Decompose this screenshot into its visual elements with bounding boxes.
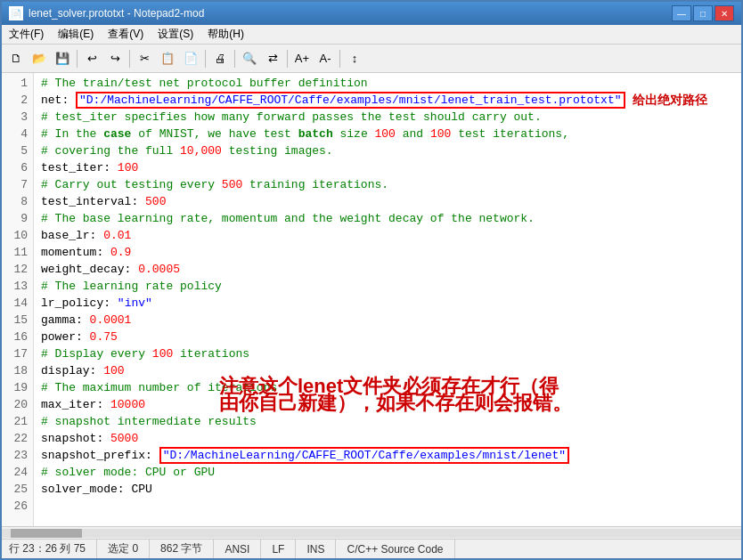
line-num: 2	[7, 92, 28, 109]
line-num: 22	[7, 430, 28, 447]
code-editor[interactable]: # The train/test net protocol buffer def…	[34, 73, 741, 526]
status-encoding: ANSI	[214, 540, 261, 558]
code-line-14: lr_policy: "inv"	[41, 295, 734, 312]
line-num: 24	[7, 464, 28, 481]
zoom-in-button[interactable]: A+	[291, 48, 313, 69]
toolbar-sep-5	[287, 50, 288, 68]
menu-settings[interactable]: 设置(S)	[151, 25, 200, 44]
line-num: 25	[7, 481, 28, 498]
code-line-15: gamma: 0.0001	[41, 312, 734, 329]
line-num: 16	[7, 329, 28, 345]
title-bar-left: 📄 lenet_solver.prototxt - Notepad2-mod	[9, 6, 204, 20]
status-filetype: C/C++ Source Code	[336, 540, 454, 558]
line-num: 9	[7, 210, 28, 227]
code-content[interactable]: # The train/test net protocol buffer def…	[34, 73, 741, 516]
window-controls: — □ ✕	[672, 5, 734, 21]
code-line-3: # test_iter specifies how many forward p…	[41, 109, 734, 126]
line-num: 10	[7, 227, 28, 244]
line-num: 1	[7, 75, 28, 92]
line-num: 14	[7, 295, 28, 312]
code-line-24: # solver mode: CPU or GPU	[41, 464, 734, 481]
toolbar-sep-6	[339, 50, 340, 68]
paste-button[interactable]: 📄	[180, 48, 201, 69]
line-num: 12	[7, 261, 28, 278]
menu-file[interactable]: 文件(F)	[2, 25, 51, 44]
line-num: 20	[7, 396, 28, 413]
menu-view[interactable]: 查看(V)	[101, 25, 151, 44]
new-button[interactable]: 🗋	[5, 48, 27, 69]
line-num: 21	[7, 413, 28, 430]
code-line-20: max_iter: 10000由你自己新建），如果不存在则会报错。	[41, 396, 734, 413]
copy-button[interactable]: 📋	[157, 48, 178, 69]
line-numbers: 1 2 3 4 5 6 7 8 9 10 11 12 13 14 15 16 1…	[2, 73, 34, 526]
line-num: 8	[7, 193, 28, 210]
code-line-23: snapshot_prefix: "D:/MachineLearning/CAF…	[41, 447, 734, 464]
maximize-button[interactable]: □	[693, 5, 713, 21]
toolbar: 🗋 📂 💾 ↩ ↪ ✂ 📋 📄 🖨 🔍 ⇄ A+ A- ↕	[2, 45, 741, 73]
redo-button[interactable]: ↪	[104, 48, 126, 69]
code-line-21: # snapshot intermediate results	[41, 413, 734, 430]
code-line-17: # Display every 100 iterations	[41, 345, 734, 362]
line-num: 15	[7, 312, 28, 329]
status-selection: 选定 0	[97, 540, 150, 558]
scrollbar-horizontal[interactable]	[2, 526, 741, 539]
status-lineending: LF	[261, 540, 296, 558]
code-line-5: # covering the full 10,000 testing image…	[41, 142, 734, 159]
code-line-22: snapshot: 5000	[41, 430, 734, 447]
open-button[interactable]: 📂	[29, 48, 50, 69]
line-num: 7	[7, 176, 28, 193]
code-line-11: momentum: 0.9	[41, 244, 734, 261]
title-bar: 📄 lenet_solver.prototxt - Notepad2-mod —…	[2, 2, 741, 25]
code-line-26	[41, 498, 734, 515]
code-line-7: # Carry out testing every 500 training i…	[41, 176, 734, 193]
save-button[interactable]: 💾	[52, 48, 73, 69]
line-num: 13	[7, 278, 28, 295]
line-num: 4	[7, 126, 28, 142]
line-num: 5	[7, 142, 28, 159]
goto-button[interactable]: ↕	[344, 48, 365, 69]
menu-edit[interactable]: 编辑(E)	[51, 25, 101, 44]
close-button[interactable]: ✕	[714, 5, 734, 21]
window-title: lenet_solver.prototxt - Notepad2-mod	[29, 7, 204, 20]
undo-button[interactable]: ↩	[81, 48, 102, 69]
minimize-button[interactable]: —	[672, 5, 691, 21]
line-num: 17	[7, 345, 28, 362]
print-button[interactable]: 🖨	[209, 48, 231, 69]
main-window: 📄 lenet_solver.prototxt - Notepad2-mod —…	[0, 0, 743, 560]
toolbar-sep-2	[129, 50, 130, 68]
status-position: 行 23：26 列 75	[9, 540, 97, 558]
line-num: 23	[7, 447, 28, 464]
code-line-4: # In the case of MNIST, we have test bat…	[41, 126, 734, 142]
code-line-6: test_iter: 100	[41, 159, 734, 176]
menu-help[interactable]: 帮助(H)	[200, 25, 251, 44]
line-num: 18	[7, 362, 28, 379]
line-num: 26	[7, 498, 28, 515]
line-num: 19	[7, 379, 28, 396]
code-line-25: solver_mode: CPU	[41, 481, 734, 498]
toolbar-sep-4	[234, 50, 235, 68]
replace-button[interactable]: ⇄	[262, 48, 283, 69]
editor-area: 1 2 3 4 5 6 7 8 9 10 11 12 13 14 15 16 1…	[2, 73, 741, 526]
code-line-1: # The train/test net protocol buffer def…	[41, 75, 734, 92]
status-bar: 行 23：26 列 75 选定 0 862 字节 ANSI LF INS C/C…	[2, 539, 741, 558]
code-line-12: weight_decay: 0.0005	[41, 261, 734, 278]
line-num: 3	[7, 109, 28, 126]
find-button[interactable]: 🔍	[239, 48, 260, 69]
status-size: 862 字节	[150, 540, 214, 558]
cut-button[interactable]: ✂	[134, 48, 155, 69]
app-icon: 📄	[9, 6, 23, 20]
zoom-out-button[interactable]: A-	[314, 48, 336, 69]
code-line-13: # The learning rate policy	[41, 278, 734, 295]
code-line-8: test_interval: 500	[41, 193, 734, 210]
code-line-9: # The base learning rate, momentum and t…	[41, 210, 734, 227]
line-num: 6	[7, 159, 28, 176]
status-ins: INS	[296, 540, 336, 558]
menu-bar: 文件(F) 编辑(E) 查看(V) 设置(S) 帮助(H)	[2, 25, 741, 45]
toolbar-sep-3	[205, 50, 206, 68]
toolbar-sep-1	[77, 50, 78, 68]
code-line-10: base_lr: 0.01	[41, 227, 734, 244]
line-num: 11	[7, 244, 28, 261]
code-line-2: net: "D:/MachineLearning/CAFFE_ROOT/Caff…	[41, 92, 734, 109]
code-line-16: power: 0.75	[41, 329, 734, 345]
